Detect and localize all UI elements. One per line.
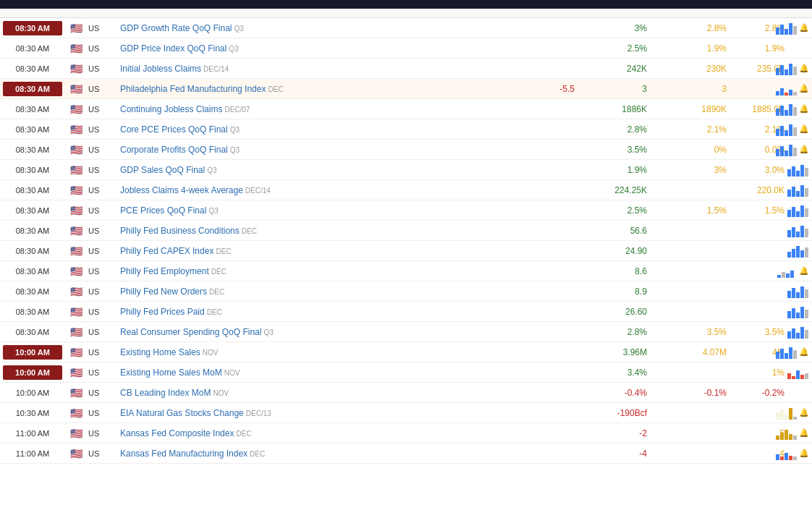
country-label: US — [87, 64, 116, 73]
event-name[interactable]: Existing Home Sales MoM — [120, 368, 222, 378]
event-name[interactable]: CB Leading Index MoM — [120, 388, 211, 398]
event-cell[interactable]: Kansas Fed Manufacturing IndexDEC — [116, 449, 508, 459]
event-name[interactable]: Philly Fed Prices Paid — [120, 307, 205, 317]
event-name[interactable]: EIA Natural Gas Stocks Change — [120, 408, 244, 418]
event-period: DEC — [216, 247, 231, 255]
event-cell[interactable]: Jobless Claims 4-week AverageDEC/14 — [116, 185, 508, 195]
time-cell: 08:30 AM — [0, 305, 65, 319]
mini-chart[interactable] — [786, 305, 809, 318]
country-label: US — [87, 24, 116, 33]
event-name[interactable]: GDP Price Index QoQ Final — [120, 43, 227, 54]
mini-chart[interactable] — [774, 62, 798, 75]
event-name[interactable]: Philly Fed Employment — [120, 266, 209, 276]
event-name[interactable]: Philly Fed Business Conditions — [120, 226, 240, 236]
mini-chart[interactable] — [774, 82, 798, 95]
event-name[interactable]: Continuing Jobless Claims — [120, 104, 222, 114]
mini-chart[interactable] — [786, 326, 809, 339]
bell-icon[interactable]: 🔔 — [799, 428, 809, 438]
event-cell[interactable]: Existing Home Sales MoMNOV — [116, 368, 508, 378]
event-name[interactable]: GDP Growth Rate QoQ Final — [120, 23, 232, 33]
event-name[interactable]: Kansas Fed Manufacturing Index — [120, 449, 248, 459]
event-name[interactable]: Philly Fed CAPEX Index — [120, 246, 213, 256]
event-cell[interactable]: Real Consumer Spending QoQ FinalQ3 — [116, 327, 508, 337]
event-cell[interactable]: Philly Fed CAPEX IndexDEC — [116, 246, 508, 256]
event-name[interactable]: Initial Jobless Claims — [120, 64, 201, 74]
event-cell[interactable]: Philly Fed New OrdersDEC — [116, 286, 508, 297]
event-name[interactable]: Philly Fed New Orders — [120, 286, 207, 297]
svg-rect-16 — [780, 106, 784, 116]
event-name[interactable]: Core PCE Prices QoQ Final — [120, 124, 228, 135]
mini-chart[interactable] — [774, 346, 798, 359]
svg-rect-85 — [780, 409, 784, 420]
event-cell[interactable]: Existing Home SalesNOV — [116, 347, 508, 357]
svg-rect-6 — [780, 65, 784, 75]
table-row: 08:30 AM🇺🇸USCore PCE Prices QoQ FinalQ32… — [0, 119, 812, 140]
chart-bell-cell: 🔔 — [790, 346, 812, 359]
actual-value: -5.5 — [508, 84, 580, 94]
bell-icon[interactable]: 🔔 — [799, 64, 809, 73]
table-row: 08:30 AM🇺🇸USPhiladelphia Fed Manufacturi… — [0, 79, 812, 99]
event-cell[interactable]: GDP Growth Rate QoQ FinalQ3 — [116, 23, 508, 33]
mini-chart[interactable] — [774, 407, 798, 420]
mini-chart[interactable] — [786, 184, 809, 197]
bell-icon[interactable]: 🔔 — [799, 408, 809, 417]
mini-chart[interactable] — [786, 164, 809, 177]
event-name[interactable]: GDP Sales QoQ Final — [120, 165, 205, 175]
svg-rect-88 — [793, 417, 797, 420]
event-period: DEC/13 — [246, 409, 271, 417]
mini-chart[interactable] — [786, 245, 809, 258]
event-cell[interactable]: Core PCE Prices QoQ FinalQ3 — [116, 124, 508, 135]
time-cell: 08:30 AM — [0, 264, 65, 279]
event-name[interactable]: PCE Prices QoQ Final — [120, 205, 206, 216]
mini-chart[interactable] — [774, 447, 798, 460]
event-name[interactable]: Philadelphia Fed Manufacturing Index — [120, 84, 266, 94]
event-cell[interactable]: GDP Price Index QoQ FinalQ3 — [116, 43, 508, 54]
mini-chart[interactable] — [786, 204, 809, 217]
event-name[interactable]: Jobless Claims 4-week Average — [120, 185, 243, 195]
bell-icon[interactable]: 🔔 — [799, 23, 809, 33]
chart-bell-cell — [790, 184, 812, 197]
event-cell[interactable]: Initial Jobless ClaimsDEC/14 — [116, 64, 508, 74]
previous-value: -0.4% — [580, 388, 653, 398]
bell-icon[interactable]: 🔔 — [799, 145, 809, 154]
event-cell[interactable]: Corporate Profits QoQ FinalQ3 — [116, 145, 508, 155]
event-cell[interactable]: EIA Natural Gas Stocks ChangeDEC/13 — [116, 408, 508, 418]
bell-icon[interactable]: 🔔 — [799, 104, 809, 114]
bell-icon[interactable]: 🔔 — [799, 347, 809, 357]
previous-value: 2.5% — [580, 43, 653, 54]
mini-chart[interactable] — [786, 285, 809, 298]
event-cell[interactable]: Kansas Fed Composite IndexDEC — [116, 428, 508, 438]
country-label: US — [87, 226, 116, 235]
svg-rect-45 — [787, 230, 791, 237]
bell-icon[interactable]: 🔔 — [799, 449, 809, 458]
event-cell[interactable]: Philly Fed Prices PaidDEC — [116, 307, 508, 317]
time-cell: 08:30 AM — [0, 122, 65, 137]
svg-rect-10 — [776, 91, 779, 95]
event-name[interactable]: Kansas Fed Composite Index — [120, 428, 234, 438]
flag-icon: 🇺🇸 — [65, 225, 87, 237]
event-cell[interactable]: CB Leading Index MoMNOV — [116, 388, 508, 398]
mini-chart[interactable] — [774, 103, 798, 116]
mini-chart[interactable] — [774, 143, 798, 156]
event-cell[interactable]: Continuing Jobless ClaimsDEC/07 — [116, 104, 508, 114]
mini-chart[interactable] — [774, 265, 798, 278]
bell-icon[interactable]: 🔔 — [799, 84, 809, 93]
event-name[interactable]: Corporate Profits QoQ Final — [120, 145, 228, 155]
event-cell[interactable]: PCE Prices QoQ FinalQ3 — [116, 205, 508, 216]
event-name[interactable]: Existing Home Sales — [120, 347, 200, 357]
mini-chart[interactable] — [786, 366, 809, 379]
event-cell[interactable]: Philly Fed EmploymentDEC — [116, 266, 508, 276]
event-cell[interactable]: Philadelphia Fed Manufacturing IndexDEC — [116, 84, 508, 94]
mini-chart[interactable] — [786, 224, 809, 237]
event-cell[interactable]: GDP Sales QoQ FinalQ3 — [116, 165, 508, 175]
col-previous — [580, 12, 653, 14]
mini-chart[interactable] — [774, 22, 798, 35]
time-cell: 08:30 AM — [0, 183, 65, 198]
mini-chart[interactable] — [774, 123, 798, 136]
bell-icon[interactable]: 🔔 — [799, 124, 809, 134]
bell-icon[interactable]: 🔔 — [799, 266, 809, 276]
mini-chart[interactable] — [774, 427, 798, 440]
event-cell[interactable]: Philly Fed Business ConditionsDEC — [116, 226, 508, 236]
chart-bell-cell — [790, 245, 812, 258]
event-name[interactable]: Real Consumer Spending QoQ Final — [120, 327, 261, 337]
